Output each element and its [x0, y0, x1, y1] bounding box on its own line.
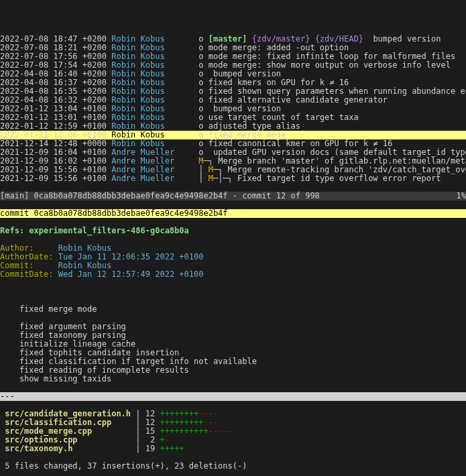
- file-count: 15: [145, 426, 155, 436]
- log-author: Robin Kobus: [111, 52, 174, 61]
- log-graph: o: [198, 104, 203, 113]
- plus-icon: ++++++++++: [160, 426, 208, 436]
- log-graph: o: [198, 147, 203, 157]
- log-date: 2022-07-08 18:47 +0200: [0, 34, 107, 44]
- log-msg: mode merge: fixed infinite loop for malf…: [209, 52, 455, 61]
- file-count: 12: [145, 409, 155, 418]
- log-author: Andre Mueller: [111, 165, 174, 174]
- log-graph: o: [198, 34, 203, 44]
- log-date: 2022-01-12 12:59 +0100: [0, 121, 107, 131]
- commit-body-line: fixed argument parsing: [0, 322, 466, 331]
- log-graph: o: [198, 121, 203, 131]
- log-author: Robin Kobus: [111, 34, 174, 44]
- plus-icon: +++++++++: [160, 418, 203, 427]
- log-msg: fixed shown query parameters when runnin…: [209, 86, 466, 96]
- log-graph: o: [198, 86, 203, 96]
- log-author: Robin Kobus: [111, 104, 174, 113]
- log-date: 2022-07-08 18:21 +0200: [0, 43, 107, 52]
- log-date: 2022-01-12 13:04 +0100: [0, 104, 107, 113]
- log-msg: updated GPU version docs (same default t…: [213, 147, 466, 157]
- log-date: 2022-04-08 16:40 +0200: [0, 69, 107, 78]
- commit-body-line: initialize lineage cache: [0, 340, 466, 349]
- plus-icon: +++++: [160, 444, 184, 453]
- file-path: src/classification.cpp: [0, 418, 131, 427]
- file-count: 19: [145, 444, 155, 453]
- log-msg: fixed alternative candidate generator: [209, 95, 388, 105]
- log-msg: use target count of target taxa: [209, 113, 359, 122]
- minus-icon: -----: [209, 426, 233, 436]
- log-msg: fixed kmers on GPU for k ≠ 16: [209, 78, 349, 87]
- log-author: Robin Kobus: [111, 95, 174, 105]
- log-date: 2021-12-09 15:56 +0100: [0, 165, 107, 174]
- log-graph: M─┐: [198, 156, 213, 166]
- log-date: 2022-01-12 13:01 +0100: [0, 113, 107, 122]
- file-path: src/mode_merge.cpp: [0, 426, 131, 436]
- log-date: 2021-12-09 16:02 +0100: [0, 156, 107, 166]
- log-author: Robin Kobus: [111, 121, 174, 131]
- log-msg: fixed canonical kmer on GPU for k ≠ 16: [209, 139, 393, 148]
- blank: [0, 288, 466, 296]
- commit-body-line: fixed tophits candidate insertion: [0, 349, 466, 357]
- log-date: 2022-01-11 12:06 +0100: [0, 130, 107, 139]
- log-msg: bumped version: [373, 34, 441, 44]
- file-count: 12: [145, 418, 155, 427]
- plus-icon: ++++++++: [160, 409, 198, 418]
- ref: {zdv/master}: [252, 34, 310, 44]
- log-graph: o: [198, 60, 203, 70]
- log-msg: mode merge: added -out option: [209, 43, 349, 52]
- log-graph: o: [198, 113, 203, 122]
- commit-body-line: fixed taxonomy parsing: [0, 331, 466, 340]
- log-graph: o: [198, 69, 203, 78]
- log-author: Andre Mueller: [111, 147, 174, 157]
- separator: ---: [0, 392, 466, 401]
- file-stat-row[interactable]: src/taxonomy.h | 19 +++++: [0, 444, 466, 453]
- log-graph: o: [198, 130, 203, 139]
- file-path: src/taxonomy.h: [0, 444, 131, 453]
- commit-body-line: fixed reading of incomplete results: [0, 366, 466, 375]
- log-author: Robin Kobus: [111, 130, 174, 139]
- log-graph: o: [198, 52, 203, 61]
- log-author: Robin Kobus: [111, 86, 174, 96]
- log-msg: bumped version: [213, 104, 281, 113]
- log-graph: o: [198, 43, 203, 52]
- commit-body-line: show missing taxids: [0, 375, 466, 383]
- log-graph: o: [198, 78, 203, 87]
- commit-body-line: [0, 314, 466, 322]
- commit-meta: CommitDate: Wed Jan 12 12:57:49 2022 +01…: [0, 270, 466, 279]
- minus-icon: -: [165, 435, 170, 444]
- commit-body-line: fixed merge mode: [0, 305, 466, 314]
- log-author: Robin Kobus: [111, 139, 174, 148]
- log-date: 2022-07-08 17:56 +0200: [0, 52, 107, 61]
- log-date: 2021-12-09 16:04 +0100: [0, 147, 107, 157]
- log-author: Andre Mueller: [111, 156, 174, 166]
- log-graph: │ M─┐: [198, 165, 223, 174]
- log-date: 2022-07-08 17:54 +0200: [0, 60, 107, 70]
- log-author: Andre Mueller: [111, 174, 174, 183]
- commit-body-line: fixed classification if target info not …: [0, 357, 466, 366]
- status-main: [main] 0ca8b0a078db88dbb3debae0fea9c4e94…: [0, 192, 466, 200]
- minus-icon: ---: [203, 418, 218, 427]
- log-row[interactable]: 2021-12-09 15:56 +0100 Andre Mueller │ M…: [0, 174, 466, 183]
- file-count: 2: [145, 435, 155, 444]
- log-date: 2022-04-08 16:37 +0200: [0, 78, 107, 87]
- log-msg: adjusted type alias: [209, 121, 300, 131]
- log-date: 2022-04-08 16:35 +0200: [0, 86, 107, 96]
- log-author: Robin Kobus: [111, 69, 174, 78]
- commit-line: commit 0ca8b0a078db88dbb3debae0fea9c4e94…: [0, 209, 466, 218]
- ref: [master]: [209, 34, 247, 44]
- log-author: Robin Kobus: [111, 113, 174, 122]
- file-path: src/candidate_generation.h: [0, 409, 131, 418]
- refs-line: Refs: experimental_filters-486-g0ca8b0a: [0, 227, 466, 235]
- log-msg: Merge branch 'master' of gitlab.rlp.net:…: [218, 156, 466, 166]
- log-author: Robin Kobus: [111, 43, 174, 52]
- file-path: src/options.cpp: [0, 435, 131, 444]
- log-msg: Fixed target id type overflow error repo…: [237, 174, 441, 183]
- log-author: Robin Kobus: [111, 78, 174, 87]
- ref: {zdv/HEAD}: [315, 34, 363, 44]
- log-msg: fixed merge mode: [209, 130, 286, 139]
- log-graph: │ M─│─┐: [198, 174, 233, 183]
- log-author: Robin Kobus: [111, 60, 174, 70]
- log-msg: Merge remote-tracking branch 'zdv/catch_…: [228, 165, 466, 174]
- log-date: 2021-12-14 12:48 +0000: [0, 139, 107, 148]
- log-date: 2021-12-09 15:56 +0100: [0, 174, 107, 183]
